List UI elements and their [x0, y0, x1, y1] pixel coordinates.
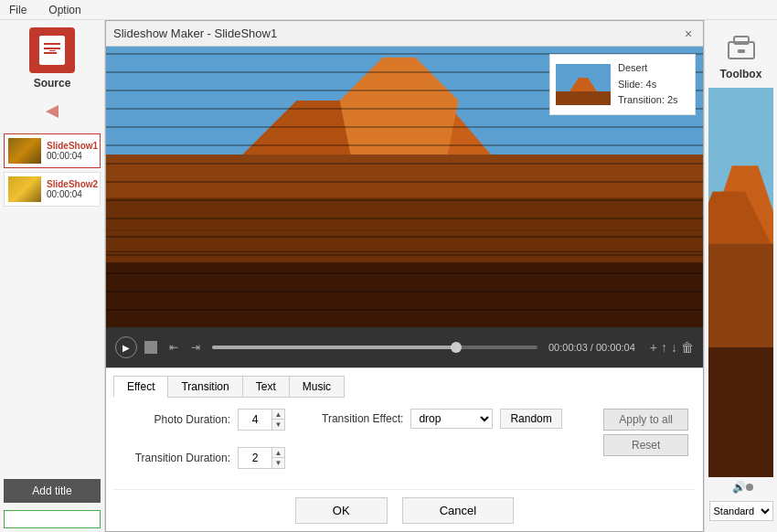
transition-duration-input[interactable]: [239, 448, 271, 468]
move-up-button[interactable]: ↑: [661, 340, 667, 355]
rewind-icon[interactable]: ⇤: [165, 340, 183, 355]
slide-thumb-1: [8, 138, 41, 164]
add-slide-button[interactable]: +: [650, 340, 657, 355]
svg-rect-3: [44, 52, 57, 54]
quality-select[interactable]: Standard High Low: [709, 501, 773, 521]
source-panel: Source: [0, 20, 104, 93]
volume-icon: 🔊: [732, 481, 746, 494]
tabs: Effect Transition Text Music: [113, 376, 696, 398]
slide-panel-thumb: [556, 64, 611, 105]
transition-duration-spinbox: ▲ ▼: [238, 447, 285, 469]
slide-item-1[interactable]: SlideShow1 00:00:04: [4, 133, 101, 168]
source-label: Source: [34, 77, 71, 90]
toolbox-label: Toolbox: [720, 68, 762, 80]
fast-forward-icon[interactable]: ⇥: [186, 340, 205, 355]
dialog-buttons: OK Cancel: [113, 489, 696, 524]
slide-name-2: SlideShow2: [47, 179, 98, 189]
slide-thumb-2: [8, 176, 41, 202]
toolbox-icon: [725, 29, 758, 62]
volume-area: 🔊: [729, 477, 753, 497]
play-button[interactable]: ▶: [115, 336, 137, 358]
svg-rect-2: [44, 48, 60, 49]
transition-duration-up[interactable]: ▲: [272, 448, 284, 458]
arrow-separator: [34, 93, 70, 130]
svg-rect-1: [44, 43, 60, 45]
transition-effect-label: Transition Effect:: [322, 412, 403, 425]
photo-duration-down[interactable]: ▼: [272, 420, 284, 430]
progress-handle[interactable]: [451, 342, 462, 353]
delete-slide-button[interactable]: 🗑: [681, 340, 694, 355]
svg-rect-16: [556, 91, 611, 105]
app-shell: File Option Source: [0, 0, 777, 532]
left-sidebar: Source SlideShow1 00:00:04: [0, 20, 105, 532]
move-down-button[interactable]: ↓: [671, 340, 677, 355]
main-content: Source SlideShow1 00:00:04: [0, 20, 777, 532]
modal-title-bar: Slideshow Maker - SlideShow1 ×: [106, 21, 703, 47]
slide-list: SlideShow1 00:00:04 SlideShow2 00:00:04: [0, 130, 104, 475]
progress-fill: [212, 346, 456, 349]
slide-panel-slide: Slide: 4s: [618, 77, 678, 93]
slide-info-panel: Desert Slide: 4s Transition: 2s: [549, 54, 696, 115]
menu-bar: File Option: [0, 0, 777, 20]
action-buttons: Apply to all Reset: [603, 409, 688, 456]
random-button[interactable]: Random: [500, 409, 561, 429]
slide-name-1: SlideShow1: [47, 141, 98, 151]
transition-effect-row: Transition Effect: drop fade slide Rando…: [322, 409, 567, 429]
ok-button[interactable]: OK: [295, 497, 388, 524]
time-display: 00:00:03 / 00:00:04: [548, 342, 635, 353]
center-area: Slideshow Maker - SlideShow1 ×: [105, 20, 704, 532]
menu-option[interactable]: Option: [43, 2, 86, 18]
modal-title: Slideshow Maker - SlideShow1: [113, 27, 277, 40]
modal-close-button[interactable]: ×: [681, 27, 696, 41]
volume-handle[interactable]: [746, 484, 753, 491]
effect-form: Photo Duration: ▲ ▼: [113, 405, 696, 482]
controls-bar: ▶ ⇤ ⇥ 00:00:03 / 00:00:04 +: [106, 327, 703, 367]
stop-button[interactable]: [144, 341, 157, 354]
add-title-button[interactable]: Add title: [4, 479, 101, 503]
slide-controls: + ↑ ↓ 🗑: [650, 340, 694, 355]
right-sidebar: Toolbox 🔊 S: [704, 20, 777, 532]
slide-time-1: 00:00:04: [47, 151, 98, 161]
photo-duration-label: Photo Duration:: [121, 413, 230, 426]
modal-dialog: Slideshow Maker - SlideShow1 ×: [105, 20, 704, 532]
svg-rect-11: [106, 262, 703, 327]
source-icon[interactable]: [29, 27, 75, 73]
photo-duration-row: Photo Duration: ▲ ▼: [121, 409, 285, 431]
bottom-panel: Effect Transition Text Music Photo: [106, 367, 703, 531]
photo-duration-spinbox: ▲ ▼: [238, 409, 285, 431]
transition-duration-down[interactable]: ▼: [272, 458, 284, 468]
apply-all-button[interactable]: Apply to all: [603, 409, 688, 431]
tab-transition[interactable]: Transition: [167, 376, 241, 398]
tab-text[interactable]: Text: [242, 376, 289, 398]
menu-file[interactable]: File: [4, 2, 32, 18]
search-input[interactable]: [4, 510, 101, 528]
progress-bar[interactable]: [212, 346, 538, 349]
tab-music[interactable]: Music: [289, 376, 345, 398]
right-bg-image: [708, 88, 773, 477]
photo-duration-input[interactable]: [239, 410, 271, 430]
ctrl-icons: ⇤ ⇥: [165, 340, 205, 355]
transition-duration-row: Transition Duration: ▲ ▼: [121, 447, 285, 469]
svg-rect-24: [708, 347, 773, 477]
tab-effect[interactable]: Effect: [113, 376, 167, 398]
svg-rect-19: [738, 49, 745, 53]
transition-duration-label: Transition Duration:: [121, 452, 230, 464]
slide-time-2: 00:00:04: [47, 189, 98, 199]
slide-item-2[interactable]: SlideShow2 00:00:04: [4, 172, 101, 207]
cancel-button[interactable]: Cancel: [402, 497, 514, 524]
photo-duration-up[interactable]: ▲: [272, 410, 284, 420]
slide-panel-title: Desert: [618, 60, 678, 77]
transition-effect-select[interactable]: drop fade slide: [410, 409, 493, 429]
slide-panel-transition: Transition: 2s: [618, 92, 678, 109]
svg-marker-4: [46, 105, 59, 118]
toolbox-icon-area: [723, 27, 760, 64]
video-area: Desert Slide: 4s Transition: 2s: [106, 47, 703, 327]
reset-button[interactable]: Reset: [603, 434, 688, 456]
